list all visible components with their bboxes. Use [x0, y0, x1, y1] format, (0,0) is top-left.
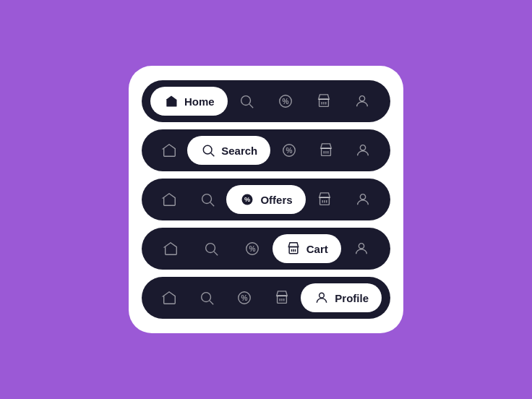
- offers-tab-bar3[interactable]: % Offers: [226, 185, 305, 214]
- offers-tab-bar5[interactable]: %: [226, 288, 263, 308]
- home-tab-bar1[interactable]: Home: [150, 87, 228, 116]
- nav-bar-home: Home %: [142, 80, 390, 122]
- search-icon-b5: [197, 288, 217, 308]
- profile-tab-bar5[interactable]: Profile: [301, 283, 382, 312]
- cart-icon-b3: [314, 189, 335, 210]
- cart-icon-b5: [272, 288, 292, 308]
- svg-text:%: %: [241, 294, 248, 302]
- offers-tab-bar4[interactable]: %: [232, 239, 273, 259]
- svg-point-27: [206, 244, 215, 253]
- profile-icon-b2: [353, 140, 373, 160]
- search-icon-b3: [197, 189, 218, 210]
- cart-icon: [314, 91, 334, 111]
- svg-text:%: %: [286, 147, 292, 155]
- profile-icon-active: [314, 290, 330, 306]
- svg-point-9: [204, 145, 213, 154]
- offers-tab-bar2[interactable]: %: [270, 140, 307, 160]
- cart-label: Cart: [306, 243, 328, 255]
- svg-point-26: [360, 194, 365, 200]
- cart-tab-bar3[interactable]: [306, 189, 344, 210]
- offers-icon-b5: %: [234, 288, 254, 308]
- cart-tab-bar2[interactable]: [308, 140, 345, 160]
- home-pill[interactable]: Home: [150, 87, 228, 116]
- nav-bar-cart: % Cart: [142, 228, 390, 270]
- search-label: Search: [221, 145, 257, 157]
- home-tab-bar5[interactable]: [150, 288, 188, 308]
- svg-point-17: [361, 145, 366, 150]
- home-icon-b3: [159, 189, 179, 210]
- svg-line-28: [215, 252, 218, 255]
- home-tab-bar2[interactable]: [150, 140, 187, 160]
- profile-icon-b3: [353, 189, 373, 210]
- svg-point-35: [359, 244, 364, 249]
- cart-tab-bar4[interactable]: Cart: [273, 234, 341, 263]
- cart-pill[interactable]: Cart: [273, 234, 341, 263]
- search-icon-active: [200, 142, 216, 158]
- profile-icon: [352, 91, 372, 111]
- svg-point-8: [360, 96, 365, 101]
- offers-icon: %: [275, 91, 296, 111]
- offers-icon-active: %: [239, 192, 255, 207]
- home-icon-inactive: [159, 140, 179, 160]
- offers-pill[interactable]: % Offers: [226, 185, 305, 214]
- search-tab-bar3[interactable]: [189, 189, 227, 210]
- search-pill[interactable]: Search: [187, 136, 270, 165]
- svg-text:%: %: [244, 196, 250, 203]
- home-icon-b5: [159, 288, 179, 308]
- profile-label: Profile: [335, 292, 369, 304]
- profile-pill[interactable]: Profile: [301, 283, 382, 312]
- svg-point-44: [319, 293, 325, 298]
- search-tab-bar4[interactable]: [191, 239, 231, 259]
- cart-icon-active: [286, 241, 301, 257]
- svg-point-18: [202, 194, 212, 204]
- profile-tab-bar2[interactable]: [345, 140, 382, 160]
- search-tab-bar5[interactable]: [188, 288, 226, 308]
- cart-icon-b2: [316, 140, 336, 160]
- home-icon-b4: [160, 239, 181, 259]
- svg-line-10: [211, 153, 215, 157]
- svg-text:%: %: [282, 98, 288, 106]
- profile-tab-bar4[interactable]: [341, 239, 382, 259]
- cart-tab-bar1[interactable]: [304, 91, 343, 111]
- offers-icon-b2: %: [279, 140, 299, 160]
- svg-line-19: [210, 202, 214, 206]
- svg-text:%: %: [249, 245, 255, 253]
- svg-point-36: [202, 293, 211, 302]
- home-tab-bar4[interactable]: [150, 239, 191, 259]
- nav-bar-search: Search %: [142, 129, 390, 171]
- svg-line-37: [210, 301, 213, 304]
- profile-tab-bar1[interactable]: [343, 91, 382, 111]
- card: Home %: [129, 66, 403, 333]
- profile-tab-bar3[interactable]: [343, 189, 382, 210]
- search-icon-b4: [201, 239, 221, 259]
- home-label: Home: [184, 95, 215, 108]
- offers-icon-b4: %: [242, 239, 262, 259]
- home-icon-active: [163, 93, 179, 109]
- svg-point-0: [241, 96, 251, 106]
- search-icon: [236, 91, 257, 111]
- search-tab-bar2[interactable]: Search: [187, 136, 270, 165]
- svg-line-1: [249, 104, 253, 108]
- cart-tab-bar5[interactable]: [263, 288, 301, 308]
- offers-tab-bar1[interactable]: %: [266, 91, 304, 111]
- offers-label: Offers: [260, 194, 292, 206]
- home-tab-bar3[interactable]: [150, 189, 189, 210]
- nav-bar-profile: % Profile: [142, 277, 390, 319]
- search-tab-bar1[interactable]: [228, 91, 266, 111]
- profile-icon-b4: [351, 239, 372, 259]
- nav-bar-offers: % Offers: [142, 179, 390, 220]
